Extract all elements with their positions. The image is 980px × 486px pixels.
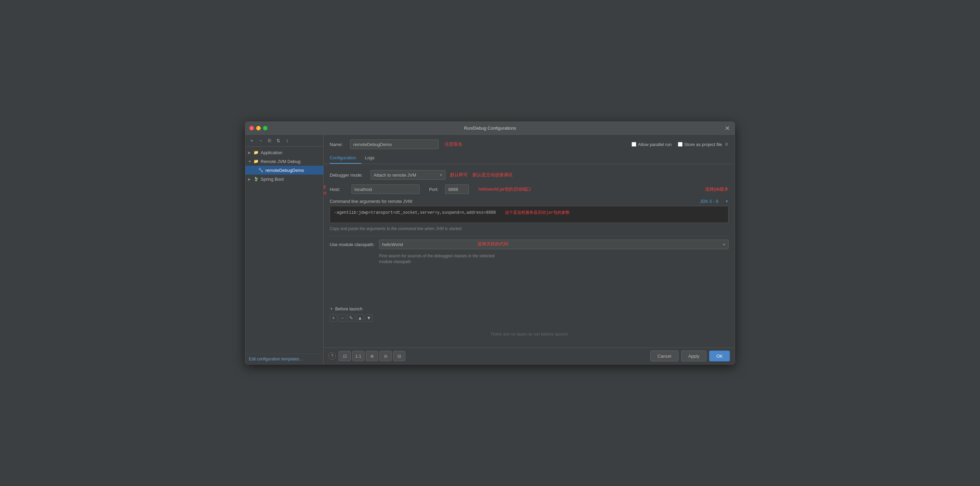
debugger-mode-select[interactable]: Attach to remote JVM [371,170,445,180]
port-annotation: helloworld jar包的启动端口 [479,186,531,192]
before-launch-remove-button[interactable]: − [339,314,346,322]
close-traffic-light[interactable] [250,126,254,131]
expand-arrow: ▼ [248,159,253,163]
ok-button[interactable]: OK [709,351,730,362]
cmd-value: -agentlib:jdwp=transport=dt_socket,serve… [334,210,496,215]
sort-config-button[interactable]: ↕ [283,137,291,144]
maximize-traffic-light[interactable] [263,126,267,131]
tab-configuration[interactable]: Configuration [330,153,361,164]
traffic-lights [250,126,267,131]
help-button[interactable]: ? [328,352,336,360]
debugger-select-wrapper: Attach to remote JVM ▼ [371,170,445,180]
minimize-traffic-light[interactable] [256,126,261,131]
tab-logs[interactable]: Logs [365,153,380,164]
config-tree: ▶ 📁 Application ▼ 📁 Remote JVM Debug 🔧 r… [245,147,323,354]
before-launch-down-button[interactable]: ▼ [365,314,372,322]
close-button[interactable]: ✕ [725,125,730,131]
module-select[interactable]: helloWorld [379,240,729,249]
port-input[interactable] [445,185,469,194]
debugger-annotation2: 默认是主动连接调试 [473,172,512,178]
module-row: Use module classpath: helloWorld ▼ 选择关联的… [330,240,729,249]
left-panel: + − ⎘ ⇅ ↕ ▶ 📁 Application ▼ 📁 Remote JVM… [245,135,324,364]
before-launch-empty: There are no tasks to run before launch [330,323,729,344]
cancel-button[interactable]: Cancel [650,351,678,362]
before-launch-add-button[interactable]: + [330,314,337,322]
tree-item-application[interactable]: ▶ 📁 Application [245,148,323,157]
add-config-button[interactable]: + [248,137,256,144]
jdk-select[interactable]: JDK 5 - 8 [700,199,724,204]
store-project-label: Store as project file [684,142,722,147]
config-icon: 🔧 [258,167,264,173]
dialog-title: Run/Debug Configurations [464,126,516,131]
host-label: Host: [330,187,347,192]
module-annotation: 选择关联的代码 [477,241,508,247]
tabs-row: Configuration Logs [324,153,735,164]
zoom-fit-button[interactable]: ⊡ [339,351,351,361]
host-input[interactable] [352,185,420,194]
tree-item-spring-boot[interactable]: ▶ 🍃 Spring Boot [245,175,323,183]
tree-item-label: Spring Boot [261,177,284,182]
module-hint: First search for sources of the debugged… [330,252,729,266]
title-bar: Run/Debug Configurations ✕ [245,122,735,135]
zoom-out-button[interactable]: ⊖ [379,351,392,361]
cmd-box: -agentlib:jdwp=transport=dt_socket,serve… [330,206,729,223]
cmd-label-row: Command line arguments for remote JVM: J… [330,199,729,204]
port-label: Port: [429,187,438,192]
allow-parallel-input[interactable] [632,142,636,147]
folder-icon: 📁 [253,150,259,156]
cmd-label: Command line arguments for remote JVM: [330,199,413,204]
springboot-icon: 🍃 [253,176,259,182]
jdk-annotation-label: 选择jdk版本 [705,186,729,192]
module-label: Use module classpath: [330,242,379,247]
zoom-1to1-button[interactable]: 1:1 [352,351,364,361]
zoom-in-button[interactable]: ⊕ [366,351,378,361]
before-launch-edit-button[interactable]: ✎ [347,314,355,322]
main-content: + − ⎘ ⇅ ↕ ▶ 📁 Application ▼ 📁 Remote JVM… [245,135,735,364]
before-launch-up-button[interactable]: ▲ [356,314,364,322]
jdk-select-wrapper: JDK 5 - 8 ▼ [700,199,729,204]
before-launch-collapse-icon[interactable]: ▼ [330,307,333,311]
toolbar: + − ⎘ ⇅ ↕ [245,135,323,147]
module-select-wrapper: helloWorld ▼ [379,240,729,249]
zoom-controls: ⊡ 1:1 ⊕ ⊖ ⊟ [339,351,405,361]
config-content: Debugger mode: Attach to remote JVM ▼ 默认… [324,164,735,306]
debugger-mode-row: Debugger mode: Attach to remote JVM ▼ 默认… [330,170,729,180]
host-left-annotation: 选择你远程服务器的ip，我这里 因为在本地部署则直接localhost [324,185,326,196]
jdk-arrow-icon: ▼ [725,199,729,203]
apply-button[interactable]: Apply [681,351,707,362]
tree-item-label: Application [261,150,282,155]
tree-item-remote-jvm[interactable]: ▼ 📁 Remote JVM Debug [245,157,323,166]
tree-item-remote-debug-demo[interactable]: 🔧 remoteDebugDemo [245,166,323,175]
cmd-hint: Copy and paste the arguments to the comm… [330,225,729,233]
copy-config-button[interactable]: ⎘ [266,137,273,144]
store-project-input[interactable] [678,142,682,147]
bottom-left: ? ⊡ 1:1 ⊕ ⊖ ⊟ [328,351,405,361]
gear-icon: ⚙ [725,142,729,147]
run-debug-configurations-dialog: Run/Debug Configurations ✕ + − ⎘ ⇅ ↕ ▶ 📁… [245,121,735,365]
name-annotation: 任意取名 [445,141,463,147]
cmd-annotation: 这个是远程服务器启动jar包的参数 [505,210,570,215]
cmd-section: Command line arguments for remote JVM: J… [330,199,729,233]
allow-parallel-checkbox[interactable]: Allow parallel run [632,142,672,147]
bottom-bar: ? ⊡ 1:1 ⊕ ⊖ ⊟ Cancel Apply OK [324,347,735,364]
expand-arrow: ▶ [248,177,253,181]
before-launch-header: ▼ Before launch [330,306,729,311]
name-input[interactable] [350,140,439,149]
tree-item-label: remoteDebugDemo [266,168,304,173]
remove-config-button[interactable]: − [257,137,264,144]
before-launch-section: ▼ Before launch + − ✎ ▲ ▼ There are no t… [324,306,735,347]
bottom-right: Cancel Apply OK [650,351,730,362]
folder-icon: 📁 [253,158,259,164]
debugger-mode-label: Debugger mode: [330,172,371,178]
checkbox-group: Allow parallel run Store as project file… [632,142,729,147]
name-label: Name: [330,142,347,147]
divider [330,236,729,236]
store-project-checkbox[interactable]: Store as project file ⚙ [678,142,729,147]
move-config-button[interactable]: ⇅ [275,137,282,144]
debugger-annotation1: 默认即可 [450,172,468,178]
zoom-fit-width-button[interactable]: ⊟ [393,351,405,361]
right-panel: Name: 任意取名 Allow parallel run Store as p… [324,135,735,364]
edit-templates-link[interactable]: Edit configuration templates... [245,354,323,364]
before-launch-label: Before launch [335,306,363,311]
host-port-row: 选择你远程服务器的ip，我这里 因为在本地部署则直接localhost Host… [330,185,729,194]
